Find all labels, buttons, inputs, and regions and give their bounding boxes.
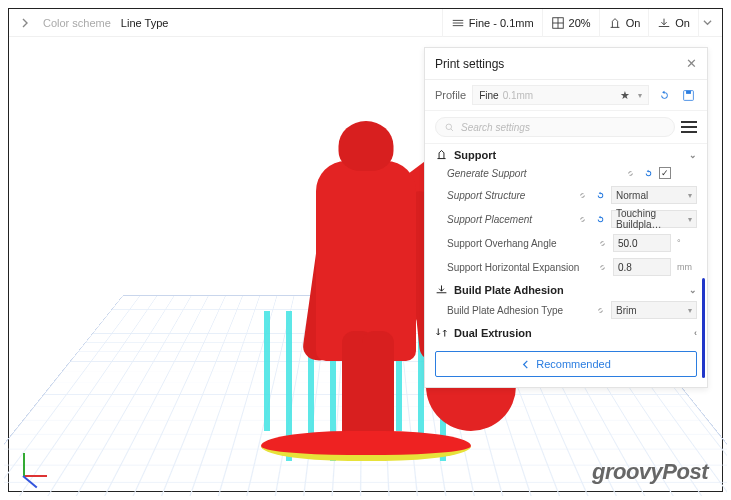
close-panel-button[interactable]: ✕ (686, 56, 697, 71)
overhang-angle-input[interactable]: 50.0 (613, 234, 671, 252)
reset-profile-button[interactable] (655, 86, 673, 104)
quality-label: Fine - 0.1mm (469, 17, 534, 29)
section-dual-extrusion[interactable]: Dual Extrusion ‹ (425, 322, 707, 341)
section-adhesion[interactable]: Build Plate Adhesion ⌄ (425, 279, 707, 298)
generate-support-checkbox[interactable]: ✓ (659, 167, 671, 179)
adhesion-type-select[interactable]: Brim▾ (611, 301, 697, 319)
top-toolbar: Color scheme Line Type Fine - 0.1mm 20% … (9, 9, 722, 37)
layers-icon (451, 16, 465, 30)
support-placement-select[interactable]: Touching Buildpla…▾ (611, 210, 697, 228)
adhesion-label: On (675, 17, 690, 29)
panel-title: Print settings (435, 57, 504, 71)
section-dual-title: Dual Extrusion (454, 327, 532, 339)
search-icon (444, 122, 455, 133)
link-icon[interactable] (595, 260, 609, 274)
support-placement-label: Support Placement (447, 214, 571, 225)
link-icon[interactable] (623, 166, 637, 180)
infill-summary[interactable]: 20% (542, 9, 599, 37)
link-icon[interactable] (575, 212, 589, 226)
adhesion-type-label: Build Plate Adhesion Type (447, 305, 589, 316)
link-icon[interactable] (593, 303, 607, 317)
support-section-icon (435, 148, 448, 161)
color-scheme-value[interactable]: Line Type (121, 17, 169, 29)
link-icon[interactable] (575, 188, 589, 202)
reset-icon[interactable] (641, 166, 655, 180)
horizontal-expansion-input[interactable]: 0.8 (613, 258, 671, 276)
recommended-label: Recommended (536, 358, 611, 370)
section-support[interactable]: Support ⌄ (425, 144, 707, 163)
print-settings-panel: Print settings ✕ Profile Fine 0.1mm ★ ▾ … (424, 47, 708, 388)
support-structure-label: Support Structure (447, 190, 571, 201)
infill-icon (551, 16, 565, 30)
support-structure-select[interactable]: Normal▾ (611, 186, 697, 204)
profile-select[interactable]: Fine 0.1mm ★ ▾ (472, 85, 649, 105)
chevron-down-icon: ⌄ (689, 285, 697, 295)
star-icon: ★ (620, 89, 630, 102)
settings-dropdown-button[interactable] (698, 9, 716, 37)
chevron-down-icon: ⌄ (689, 150, 697, 160)
svg-rect-2 (686, 90, 691, 93)
profile-label: Profile (435, 89, 466, 101)
horizontal-expansion-label: Support Horizontal Expansion (447, 262, 591, 273)
reset-icon[interactable] (593, 212, 607, 226)
hexpand-unit: mm (675, 262, 697, 272)
save-profile-button[interactable] (679, 86, 697, 104)
section-support-title: Support (454, 149, 496, 161)
section-adhesion-title: Build Plate Adhesion (454, 284, 564, 296)
watermark: groovyPost (592, 459, 708, 485)
overhang-unit: ° (675, 238, 697, 248)
adhesion-summary[interactable]: On (648, 9, 698, 37)
quality-summary[interactable]: Fine - 0.1mm (442, 9, 542, 37)
profile-value: Fine (479, 90, 498, 101)
support-summary[interactable]: On (599, 9, 649, 37)
infill-label: 20% (569, 17, 591, 29)
axis-indicator (17, 449, 51, 483)
reset-icon[interactable] (593, 188, 607, 202)
scrollbar-thumb[interactable] (702, 278, 705, 378)
chevron-left-icon (521, 360, 530, 369)
search-input[interactable]: Search settings (435, 117, 675, 137)
recommended-button[interactable]: Recommended (435, 351, 697, 377)
adhesion-section-icon (435, 283, 448, 296)
dual-extrusion-icon (435, 326, 448, 339)
profile-dim: 0.1mm (503, 90, 534, 101)
chevron-left-icon: ‹ (694, 328, 697, 338)
support-icon (608, 16, 622, 30)
overhang-angle-label: Support Overhang Angle (447, 238, 591, 249)
generate-support-label: Generate Support (447, 168, 619, 179)
toggle-sidebar-button[interactable] (17, 15, 33, 31)
settings-menu-button[interactable] (681, 121, 697, 133)
search-placeholder: Search settings (461, 122, 530, 133)
support-label: On (626, 17, 641, 29)
adhesion-icon (657, 16, 671, 30)
svg-point-3 (446, 124, 452, 130)
color-scheme-label: Color scheme (43, 17, 111, 29)
link-icon[interactable] (595, 236, 609, 250)
